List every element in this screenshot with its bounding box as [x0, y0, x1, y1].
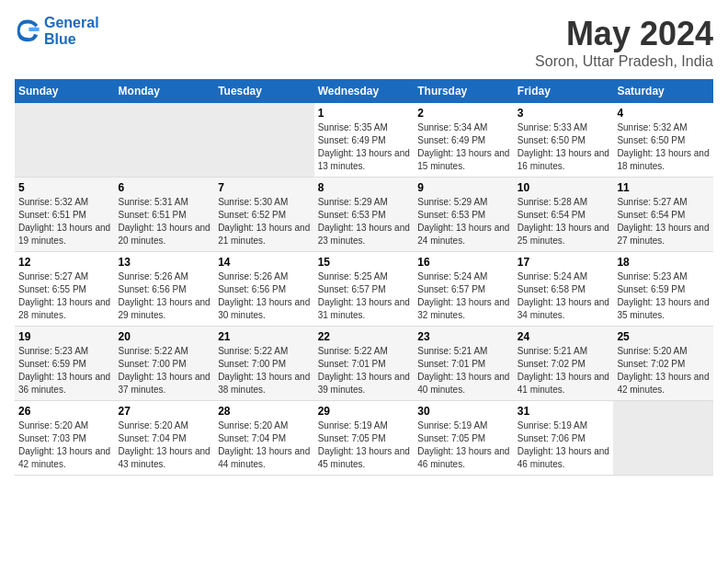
calendar-cell: 14Sunrise: 5:26 AM Sunset: 6:56 PM Dayli… [214, 252, 314, 327]
day-header-sunday: Sunday [15, 79, 115, 103]
day-number: 27 [119, 405, 211, 418]
day-header-friday: Friday [514, 79, 614, 103]
day-header-wednesday: Wednesday [314, 79, 415, 103]
logo: General Blue [15, 15, 99, 48]
subtitle: Soron, Uttar Pradesh, India [535, 53, 713, 70]
day-header-thursday: Thursday [414, 79, 514, 103]
day-info: Sunrise: 5:20 AM Sunset: 7:03 PM Dayligh… [18, 419, 111, 471]
day-number: 30 [417, 405, 510, 418]
day-info: Sunrise: 5:27 AM Sunset: 6:55 PM Dayligh… [18, 270, 111, 322]
day-number: 25 [617, 330, 710, 343]
day-number: 3 [518, 107, 610, 120]
calendar-header-row: SundayMondayTuesdayWednesdayThursdayFrid… [15, 79, 713, 103]
day-info: Sunrise: 5:20 AM Sunset: 7:04 PM Dayligh… [119, 419, 211, 471]
day-number: 16 [417, 256, 510, 269]
main-title: May 2024 [535, 15, 713, 53]
day-info: Sunrise: 5:31 AM Sunset: 6:51 PM Dayligh… [119, 196, 211, 247]
day-info: Sunrise: 5:29 AM Sunset: 6:53 PM Dayligh… [417, 196, 510, 247]
day-info: Sunrise: 5:27 AM Sunset: 6:54 PM Dayligh… [617, 196, 710, 247]
day-info: Sunrise: 5:19 AM Sunset: 7:06 PM Dayligh… [518, 419, 610, 471]
day-number: 2 [417, 107, 510, 120]
day-info: Sunrise: 5:34 AM Sunset: 6:49 PM Dayligh… [417, 121, 510, 173]
calendar-table: SundayMondayTuesdayWednesdayThursdayFrid… [15, 79, 713, 476]
logo-icon [15, 18, 40, 44]
day-info: Sunrise: 5:20 AM Sunset: 7:02 PM Dayligh… [617, 345, 710, 396]
calendar-cell: 10Sunrise: 5:28 AM Sunset: 6:54 PM Dayli… [514, 178, 614, 252]
day-number: 18 [617, 256, 710, 269]
day-number: 6 [119, 181, 211, 194]
calendar-cell: 24Sunrise: 5:21 AM Sunset: 7:02 PM Dayli… [514, 327, 614, 401]
day-info: Sunrise: 5:22 AM Sunset: 7:00 PM Dayligh… [218, 345, 311, 396]
day-info: Sunrise: 5:21 AM Sunset: 7:01 PM Dayligh… [417, 345, 510, 396]
day-number: 19 [18, 330, 111, 343]
day-info: Sunrise: 5:22 AM Sunset: 7:01 PM Dayligh… [318, 345, 411, 396]
calendar-cell: 15Sunrise: 5:25 AM Sunset: 6:57 PM Dayli… [314, 252, 415, 327]
calendar-week-row: 19Sunrise: 5:23 AM Sunset: 6:59 PM Dayli… [15, 327, 713, 401]
calendar-cell: 22Sunrise: 5:22 AM Sunset: 7:01 PM Dayli… [314, 327, 415, 401]
day-info: Sunrise: 5:29 AM Sunset: 6:53 PM Dayligh… [318, 196, 411, 247]
calendar-cell: 23Sunrise: 5:21 AM Sunset: 7:01 PM Dayli… [414, 327, 514, 401]
calendar-cell: 26Sunrise: 5:20 AM Sunset: 7:03 PM Dayli… [15, 401, 115, 476]
day-info: Sunrise: 5:19 AM Sunset: 7:05 PM Dayligh… [417, 419, 510, 471]
calendar-week-row: 26Sunrise: 5:20 AM Sunset: 7:03 PM Dayli… [15, 401, 713, 476]
day-number: 14 [218, 256, 311, 269]
day-number: 26 [18, 405, 111, 418]
calendar-cell [214, 103, 314, 178]
day-info: Sunrise: 5:20 AM Sunset: 7:04 PM Dayligh… [218, 419, 311, 471]
logo-text: General Blue [44, 15, 99, 48]
calendar-cell: 28Sunrise: 5:20 AM Sunset: 7:04 PM Dayli… [214, 401, 314, 476]
header: General Blue May 2024 Soron, Uttar Prade… [15, 15, 713, 70]
day-number: 9 [417, 181, 510, 194]
day-number: 1 [318, 107, 411, 120]
calendar-cell: 11Sunrise: 5:27 AM Sunset: 6:54 PM Dayli… [613, 178, 713, 252]
day-number: 22 [318, 330, 411, 343]
calendar-cell: 29Sunrise: 5:19 AM Sunset: 7:05 PM Dayli… [314, 401, 415, 476]
day-info: Sunrise: 5:33 AM Sunset: 6:50 PM Dayligh… [518, 121, 610, 173]
calendar-cell: 5Sunrise: 5:32 AM Sunset: 6:51 PM Daylig… [15, 178, 115, 252]
day-info: Sunrise: 5:24 AM Sunset: 6:57 PM Dayligh… [417, 270, 510, 322]
day-number: 28 [218, 405, 311, 418]
day-number: 24 [518, 330, 610, 343]
day-number: 15 [318, 256, 411, 269]
day-info: Sunrise: 5:19 AM Sunset: 7:05 PM Dayligh… [318, 419, 411, 471]
calendar-cell: 12Sunrise: 5:27 AM Sunset: 6:55 PM Dayli… [15, 252, 115, 327]
calendar-cell: 6Sunrise: 5:31 AM Sunset: 6:51 PM Daylig… [115, 178, 215, 252]
day-header-monday: Monday [115, 79, 215, 103]
calendar-cell: 13Sunrise: 5:26 AM Sunset: 6:56 PM Dayli… [115, 252, 215, 327]
day-number: 10 [518, 181, 610, 194]
day-number: 12 [18, 256, 111, 269]
calendar-cell: 25Sunrise: 5:20 AM Sunset: 7:02 PM Dayli… [613, 327, 713, 401]
calendar-week-row: 12Sunrise: 5:27 AM Sunset: 6:55 PM Dayli… [15, 252, 713, 327]
calendar-cell: 31Sunrise: 5:19 AM Sunset: 7:06 PM Dayli… [514, 401, 614, 476]
day-number: 13 [119, 256, 211, 269]
calendar-cell: 3Sunrise: 5:33 AM Sunset: 6:50 PM Daylig… [514, 103, 614, 178]
day-number: 31 [518, 405, 610, 418]
calendar-cell: 27Sunrise: 5:20 AM Sunset: 7:04 PM Dayli… [115, 401, 215, 476]
calendar-week-row: 1Sunrise: 5:35 AM Sunset: 6:49 PM Daylig… [15, 103, 713, 178]
day-number: 4 [617, 107, 710, 120]
day-header-tuesday: Tuesday [214, 79, 314, 103]
day-number: 17 [518, 256, 610, 269]
day-info: Sunrise: 5:22 AM Sunset: 7:00 PM Dayligh… [119, 345, 211, 396]
day-number: 11 [617, 181, 710, 194]
day-number: 23 [417, 330, 510, 343]
title-area: May 2024 Soron, Uttar Pradesh, India [535, 15, 713, 70]
calendar-cell: 2Sunrise: 5:34 AM Sunset: 6:49 PM Daylig… [414, 103, 514, 178]
day-info: Sunrise: 5:30 AM Sunset: 6:52 PM Dayligh… [218, 196, 311, 247]
day-info: Sunrise: 5:26 AM Sunset: 6:56 PM Dayligh… [119, 270, 211, 322]
calendar-cell: 8Sunrise: 5:29 AM Sunset: 6:53 PM Daylig… [314, 178, 415, 252]
day-info: Sunrise: 5:24 AM Sunset: 6:58 PM Dayligh… [518, 270, 610, 322]
day-info: Sunrise: 5:35 AM Sunset: 6:49 PM Dayligh… [318, 121, 411, 173]
calendar-cell: 9Sunrise: 5:29 AM Sunset: 6:53 PM Daylig… [414, 178, 514, 252]
calendar-cell: 30Sunrise: 5:19 AM Sunset: 7:05 PM Dayli… [414, 401, 514, 476]
day-info: Sunrise: 5:23 AM Sunset: 6:59 PM Dayligh… [617, 270, 710, 322]
calendar-cell: 19Sunrise: 5:23 AM Sunset: 6:59 PM Dayli… [15, 327, 115, 401]
day-info: Sunrise: 5:21 AM Sunset: 7:02 PM Dayligh… [518, 345, 610, 396]
day-number: 29 [318, 405, 411, 418]
calendar-cell: 7Sunrise: 5:30 AM Sunset: 6:52 PM Daylig… [214, 178, 314, 252]
calendar-cell [613, 401, 713, 476]
calendar-cell [115, 103, 215, 178]
calendar-cell: 21Sunrise: 5:22 AM Sunset: 7:00 PM Dayli… [214, 327, 314, 401]
day-number: 8 [318, 181, 411, 194]
day-info: Sunrise: 5:26 AM Sunset: 6:56 PM Dayligh… [218, 270, 311, 322]
